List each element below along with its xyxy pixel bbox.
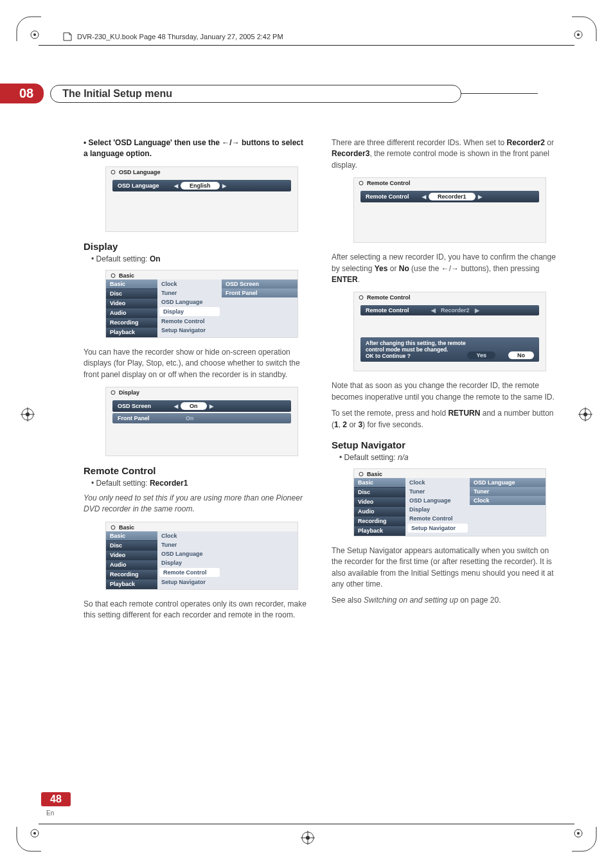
menu-item[interactable]: OSD Language bbox=[157, 549, 222, 558]
yes-button[interactable]: Yes bbox=[467, 351, 495, 359]
row-label: OSD Language bbox=[118, 182, 181, 189]
panel-basic-remote: Basic Basic Disc Video Audio Recording P… bbox=[105, 522, 298, 590]
see-also: See also Switching on and setting up on … bbox=[332, 595, 556, 606]
row-label: OSD Screen bbox=[118, 403, 181, 409]
svg-point-25 bbox=[359, 296, 363, 299]
sub-item[interactable]: OSD Language bbox=[470, 478, 546, 487]
nav-item[interactable]: Basic bbox=[354, 478, 405, 488]
menu-item[interactable]: OSD Language bbox=[157, 297, 222, 306]
menu-item[interactable]: Tuner bbox=[405, 487, 470, 496]
nav-item[interactable]: Audio bbox=[354, 507, 405, 517]
book-header-text: DVR-230_KU.book Page 48 Thursday, Januar… bbox=[77, 33, 283, 40]
nav-item[interactable]: Video bbox=[354, 497, 405, 507]
set-remote-paragraph: To set the remote, press and hold RETURN… bbox=[332, 408, 556, 430]
sub-item[interactable]: OSD Screen bbox=[222, 279, 298, 288]
heading-setup-navigator: Setup Navigator bbox=[332, 439, 556, 450]
menu-item[interactable]: Tuner bbox=[157, 540, 222, 549]
gear-icon bbox=[110, 389, 116, 396]
menu-item[interactable]: Display bbox=[159, 307, 220, 316]
menu-item[interactable]: Setup Navigator bbox=[157, 578, 222, 587]
svg-point-15 bbox=[583, 412, 587, 416]
menu-item[interactable]: Display bbox=[157, 558, 222, 567]
menu-item[interactable]: Tuner bbox=[157, 288, 222, 297]
panel-remote-control-1: Remote Control Remote Control ◀Recorder1… bbox=[353, 177, 546, 243]
sub-item[interactable]: Tuner bbox=[470, 487, 546, 496]
svg-point-7 bbox=[577, 832, 580, 835]
menu-item[interactable]: Remote Control bbox=[159, 568, 220, 577]
crop-mark-icon bbox=[12, 12, 41, 41]
chapter-title: The Initial Setup menu bbox=[50, 85, 461, 103]
chapter-bar: 08 The Initial Setup menu bbox=[39, 84, 574, 103]
nav-item[interactable]: Audio bbox=[106, 308, 157, 318]
nav-item[interactable]: Playback bbox=[106, 328, 157, 337]
heading-remote-control: Remote Control bbox=[84, 465, 308, 476]
page-number: 48 bbox=[41, 792, 71, 806]
book-header: DVR-230_KU.book Page 48 Thursday, Januar… bbox=[62, 31, 283, 42]
display-paragraph: You can have the recorder show or hide o… bbox=[84, 347, 308, 380]
no-button[interactable]: No bbox=[508, 351, 534, 359]
panel-basic-display: Basic Basic Disc Video Audio Recording P… bbox=[105, 270, 298, 338]
menu-item[interactable]: Display bbox=[405, 505, 470, 514]
svg-point-20 bbox=[111, 170, 115, 174]
nav-item[interactable]: Video bbox=[106, 299, 157, 308]
registration-icon bbox=[21, 407, 35, 421]
menu-item[interactable]: OSD Language bbox=[405, 496, 470, 505]
nav-item[interactable]: Disc bbox=[106, 541, 157, 551]
default-setting: Default setting: n/a bbox=[339, 453, 556, 462]
remote-paragraph: So that each remote control operates onl… bbox=[84, 599, 308, 621]
nav-item[interactable]: Recording bbox=[106, 570, 157, 580]
menu-item[interactable]: Setup Navigator bbox=[407, 524, 468, 533]
menu-item[interactable]: Clock bbox=[405, 478, 470, 487]
nav-item[interactable]: Disc bbox=[106, 289, 157, 299]
svg-point-26 bbox=[359, 472, 363, 476]
svg-point-22 bbox=[111, 391, 115, 394]
sub-item[interactable]: Front Panel bbox=[222, 288, 298, 297]
remote-note: You only need to set this if you are usi… bbox=[84, 493, 308, 515]
menu-item[interactable]: Clock bbox=[157, 279, 222, 288]
svg-point-23 bbox=[111, 526, 115, 529]
nav-item[interactable]: Basic bbox=[106, 531, 157, 541]
nav-item[interactable]: Video bbox=[106, 551, 157, 560]
confirm-paragraph: After selecting a new recorder ID, you h… bbox=[332, 252, 556, 285]
book-icon bbox=[62, 31, 73, 42]
nav-item[interactable]: Audio bbox=[106, 560, 157, 570]
crop-mark-icon bbox=[12, 827, 41, 856]
nav-item[interactable]: Disc bbox=[354, 488, 405, 497]
menu-item[interactable]: Remote Control bbox=[157, 317, 222, 326]
panel-remote-control-2: Remote Control Remote Control ◀ Recorder… bbox=[353, 292, 546, 371]
menu-item[interactable]: Setup Navigator bbox=[157, 326, 222, 335]
svg-point-24 bbox=[359, 181, 363, 185]
row-label: Remote Control bbox=[366, 307, 429, 314]
gear-icon bbox=[358, 294, 364, 301]
value-pill[interactable]: ◀Recorder1▶ bbox=[429, 193, 475, 200]
panel-display: Display OSD Screen ◀On▶ Front Panel On bbox=[105, 387, 298, 456]
sub-item[interactable]: Clock bbox=[470, 496, 546, 505]
panel-osd-language: OSD Language OSD Language ◀English▶ bbox=[105, 166, 298, 232]
chapter-number: 08 bbox=[0, 84, 44, 103]
right-column: There are three different recorder IDs. … bbox=[332, 137, 556, 765]
value-pill[interactable]: ◀On▶ bbox=[181, 402, 207, 410]
nav-item[interactable]: Recording bbox=[106, 318, 157, 328]
gear-icon bbox=[110, 169, 116, 175]
default-setting: Default setting: On bbox=[91, 254, 308, 263]
gear-icon bbox=[358, 471, 364, 477]
crop-mark-icon bbox=[572, 12, 601, 41]
confirm-bar: After changing this setting, the remote … bbox=[360, 337, 539, 362]
value-text: Recorder2 bbox=[441, 307, 470, 314]
registration-icon bbox=[578, 407, 592, 421]
nav-item[interactable]: Playback bbox=[354, 526, 405, 536]
gear-icon bbox=[110, 272, 116, 279]
recorder-id-paragraph: There are three different recorder IDs. … bbox=[332, 137, 556, 171]
instruction-osd-language: • Select 'OSD Language' then use the ←/→… bbox=[84, 137, 308, 160]
menu-item[interactable]: Clock bbox=[157, 531, 222, 540]
svg-point-5 bbox=[33, 832, 36, 835]
nav-item[interactable]: Playback bbox=[106, 580, 157, 589]
svg-point-21 bbox=[111, 274, 115, 278]
nav-item[interactable]: Basic bbox=[106, 279, 157, 289]
divider bbox=[39, 824, 574, 824]
note-paragraph: Note that as soon as you change the reco… bbox=[332, 380, 556, 403]
gear-icon bbox=[358, 180, 364, 186]
value-pill[interactable]: ◀English▶ bbox=[181, 182, 220, 190]
menu-item[interactable]: Remote Control bbox=[405, 514, 470, 523]
nav-item[interactable]: Recording bbox=[354, 517, 405, 526]
